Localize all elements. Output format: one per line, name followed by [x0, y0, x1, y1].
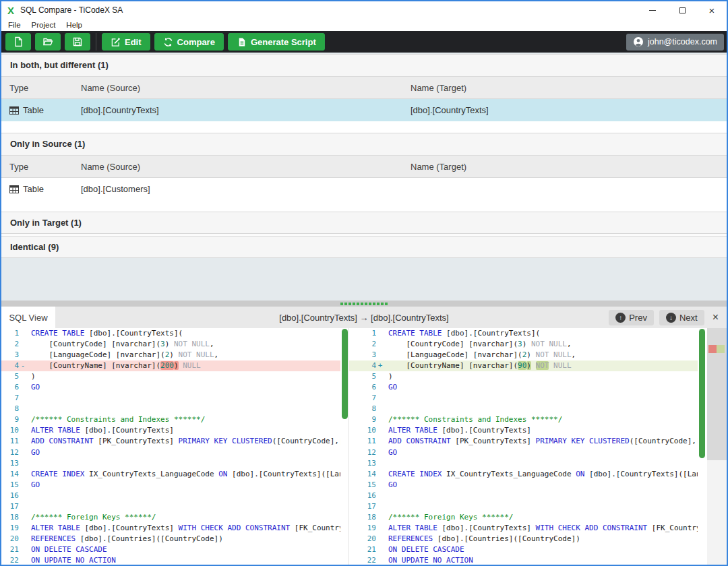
menu-item-file[interactable]: File — [3, 21, 26, 29]
line-number: 3 — [1, 350, 19, 360]
menu-item-help[interactable]: Help — [61, 21, 88, 29]
prev-label: Prev — [629, 313, 647, 323]
script-file-icon — [237, 37, 247, 47]
code-text — [384, 393, 698, 404]
splitter-dot — [344, 303, 347, 305]
sql-view-tab-bar: SQL View [dbo].[CountryTexts] → [dbo].[C… — [1, 307, 727, 328]
close-sql-view-icon[interactable]: × — [712, 311, 719, 323]
diff-mark-insert[interactable] — [717, 345, 725, 353]
line-number: 10 — [349, 425, 376, 436]
code-line: 17 — [1, 501, 340, 512]
target-code-editor[interactable]: 1CREATE TABLE [dbo].[CountryTexts](2 [Co… — [349, 328, 698, 565]
line-number: 22 — [349, 555, 376, 565]
source-code-editor[interactable]: 1CREATE TABLE [dbo].[CountryTexts](2 [Co… — [1, 328, 340, 565]
line-number: 9 — [349, 414, 376, 425]
account-button[interactable]: john@ticodex.com — [626, 34, 724, 51]
diff-marker — [19, 534, 27, 544]
code-text: [LanguageCode] [nvarchar](2) NOT NULL, — [384, 350, 698, 360]
row-type-label: Table — [23, 105, 44, 115]
next-label: Next — [679, 313, 698, 323]
new-file-button[interactable] — [5, 33, 31, 51]
diff-marker — [376, 339, 384, 350]
line-number: 21 — [349, 544, 376, 555]
compare-button[interactable]: Compare — [154, 33, 224, 51]
table-row[interactable]: Table[dbo].[CountryTexts][dbo].[CountryT… — [1, 99, 727, 121]
generate-script-button[interactable]: Generate Script — [228, 33, 325, 51]
diff-overview-ruler[interactable] — [707, 328, 727, 565]
target-scrollbar-thumb[interactable] — [699, 329, 705, 458]
row-source-name: [dbo].[Customers] — [81, 184, 411, 194]
compare-button-label: Compare — [177, 37, 215, 47]
minimize-button[interactable] — [638, 1, 667, 19]
source-scrollbar[interactable] — [340, 328, 348, 565]
line-number: 13 — [1, 458, 19, 469]
tab-sql-view[interactable]: SQL View — [1, 307, 55, 328]
code-line: 8 — [1, 404, 340, 414]
diff-marker — [19, 425, 27, 436]
arrow-up-circle-icon: ↑ — [615, 313, 626, 323]
close-button[interactable]: × — [697, 1, 727, 19]
line-number: 14 — [1, 469, 19, 480]
code-text: ON UPDATE NO ACTION — [27, 555, 340, 565]
user-icon — [633, 36, 644, 47]
code-text: CREATE TABLE [dbo].[CountryTexts]( — [27, 328, 340, 339]
line-number: 20 — [349, 534, 376, 544]
diff-marker — [19, 393, 27, 404]
diff-marker — [376, 393, 384, 404]
splitter-dot — [353, 303, 355, 305]
code-line: 10ALTER TABLE [dbo].[CountryTexts] — [1, 425, 340, 436]
code-text — [384, 458, 698, 469]
column-header-2: Name (Target) — [411, 83, 727, 93]
line-number: 2 — [349, 339, 376, 350]
line-number: 4 — [1, 360, 19, 371]
arrow-down-circle-icon: ↓ — [666, 313, 676, 323]
line-number: 22 — [1, 555, 19, 565]
splitter-dot — [340, 303, 343, 305]
section-header-1[interactable]: Only in Source (1) — [1, 133, 727, 155]
line-number: 14 — [349, 469, 376, 480]
code-text — [27, 501, 340, 512]
prev-diff-button[interactable]: ↑ Prev — [609, 310, 654, 325]
diff-marker — [376, 501, 384, 512]
code-text: ALTER TABLE [dbo].[CountryTexts] WITH CH… — [384, 523, 698, 534]
target-scrollbar[interactable] — [698, 328, 707, 565]
section-header-0[interactable]: In both, but different (1) — [1, 54, 727, 76]
line-number: 5 — [349, 371, 376, 382]
code-line: 2 [CountryCode] [nvarchar](3) NOT NULL, — [1, 339, 340, 350]
menu-item-project[interactable]: Project — [26, 21, 61, 29]
code-line: 10ALTER TABLE [dbo].[CountryTexts] — [349, 425, 698, 436]
line-number: 2 — [1, 339, 19, 350]
code-line: 13 — [1, 458, 340, 469]
diff-marker — [376, 469, 384, 480]
code-text: /****** Foreign Keys ******/ — [384, 512, 698, 523]
next-diff-button[interactable]: ↓ Next — [659, 310, 704, 325]
save-file-button[interactable] — [65, 33, 90, 51]
code-text: [CountryName] [nvarchar](90) NOT NULL — [384, 360, 698, 371]
diff-marker — [376, 350, 384, 360]
source-scrollbar-thumb[interactable] — [342, 329, 348, 419]
line-number: 15 — [1, 480, 19, 491]
diff-marker — [19, 414, 27, 425]
code-line: 3 [LanguageCode] [nvarchar](2) NOT NULL, — [1, 350, 340, 360]
diff-mark-delete[interactable] — [708, 345, 717, 353]
code-text — [27, 491, 340, 501]
code-text: /****** Constraints and Indexes ******/ — [27, 414, 340, 425]
splitter-handle[interactable] — [1, 301, 727, 307]
code-text: GO — [384, 382, 698, 393]
code-text: ON UPDATE NO ACTION — [384, 555, 698, 565]
section-header-3[interactable]: Identical (9) — [1, 236, 727, 258]
table-row[interactable]: Table[dbo].[Customers] — [1, 178, 727, 200]
line-number: 20 — [1, 534, 19, 544]
diff-marker — [376, 404, 384, 414]
maximize-button[interactable] — [667, 1, 697, 19]
code-text: /****** Constraints and Indexes ******/ — [384, 414, 698, 425]
code-text: CREATE TABLE [dbo].[CountryTexts]( — [384, 328, 698, 339]
column-header-1: Name (Source) — [81, 83, 411, 93]
app-logo-icon: X — [7, 5, 14, 16]
edit-button[interactable]: Edit — [102, 33, 150, 51]
section-header-2[interactable]: Only in Target (1) — [1, 212, 727, 234]
open-file-button[interactable] — [35, 33, 61, 51]
code-text: CREATE INDEX IX_CountryTexts_LanguageCod… — [27, 469, 340, 480]
row-source-name: [dbo].[CountryTexts] — [81, 105, 411, 115]
diff-marker — [19, 328, 27, 339]
